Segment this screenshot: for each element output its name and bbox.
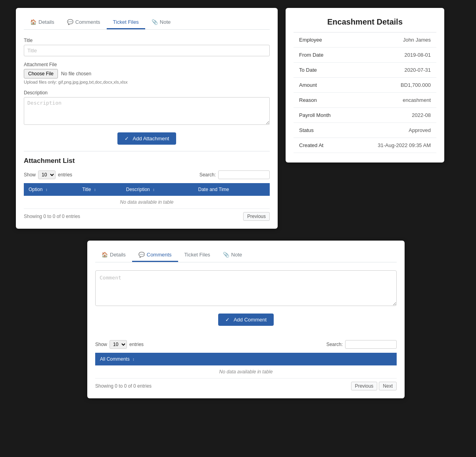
encashment-row: AmountBD1,700.000	[294, 78, 436, 93]
search-box: Search:	[200, 170, 270, 179]
no-data-text: No data available in table	[24, 196, 270, 209]
bottom-home-icon: 🏠	[102, 252, 108, 258]
comments-showing-text: Showing 0 to 0 of 0 entries	[95, 383, 152, 389]
tab-ticket-files[interactable]: Ticket Files	[107, 16, 145, 29]
attachment-file-group: Attachment File Choose File No file chos…	[24, 62, 270, 84]
encashment-row-value: BD1,700.000	[358, 78, 436, 93]
encashment-row-label: To Date	[294, 63, 358, 78]
bottom-comment-icon: 💬	[138, 252, 145, 258]
encashment-row: From Date2019-08-01	[294, 48, 436, 63]
encashment-row-label: Created At	[294, 138, 358, 153]
encashment-row-label: From Date	[294, 48, 358, 63]
comments-no-data-text: No data available in table	[95, 365, 397, 379]
home-icon: 🏠	[30, 19, 36, 25]
bottom-tab-ticket-files[interactable]: Ticket Files	[178, 249, 217, 262]
comments-table: All Comments ↕ No data available in tabl…	[95, 353, 397, 379]
comments-card: 🏠 Details 💬 Comments Ticket Files 📎 Note…	[87, 241, 405, 398]
encashment-card: Encashment Details EmployeeJohn JamesFro…	[286, 8, 444, 163]
table-footer: Showing 0 to 0 of 0 entries Previous	[24, 212, 270, 221]
show-entries: Show 10 25 50 entries	[24, 170, 72, 179]
comments-show-select[interactable]: 10 25 50	[109, 340, 127, 349]
bottom-tab-details[interactable]: 🏠 Details	[95, 249, 132, 262]
comments-no-data-row: No data available in table	[95, 365, 397, 379]
encashment-row-label: Amount	[294, 78, 358, 93]
tab-comments[interactable]: 💬 Comments	[61, 16, 107, 29]
description-input[interactable]	[24, 97, 270, 125]
title-label: Title	[24, 38, 270, 43]
file-hint-text: Upload files only: gif,png,jpg,jpeg,txt,…	[24, 80, 270, 84]
comments-show-entries: Show 10 25 50 entries	[95, 340, 144, 349]
comment-icon: 💬	[67, 19, 73, 25]
add-comment-btn[interactable]: Add Comment	[218, 314, 274, 326]
col-datetime: Date and Time	[194, 183, 270, 196]
comments-search-box: Search:	[326, 340, 397, 349]
pagination: Previous	[243, 212, 270, 221]
show-entries-select[interactable]: 10 25 50	[38, 170, 56, 179]
showing-text: Showing 0 to 0 of 0 entries	[24, 214, 80, 219]
col-description[interactable]: Description ↕	[121, 183, 194, 196]
table-no-data-row: No data available in table	[24, 196, 270, 209]
comments-search-input[interactable]	[345, 340, 397, 349]
previous-btn[interactable]: Previous	[243, 212, 270, 221]
note-icon: 📎	[152, 19, 158, 25]
encashment-row-value: 2022-08	[358, 108, 436, 123]
encashment-row: To Date2020-07-31	[294, 63, 436, 78]
bottom-tabs: 🏠 Details 💬 Comments Ticket Files 📎 Note	[95, 249, 397, 262]
encashment-row-value: 2019-08-01	[358, 48, 436, 63]
encashment-row: Reasonencashment	[294, 93, 436, 108]
add-attachment-btn-container: Add Attachment	[24, 132, 270, 145]
bottom-tab-comments[interactable]: 💬 Comments	[132, 249, 178, 262]
comment-group	[95, 270, 397, 307]
col-option[interactable]: Option ↕	[24, 183, 77, 196]
comments-previous-btn[interactable]: Previous	[351, 382, 378, 390]
attachment-table: Option ↕ Title ↕ Description ↕ Date an	[24, 183, 270, 209]
tab-details[interactable]: 🏠 Details	[24, 16, 61, 29]
encashment-row: Created At31-Aug-2022 09:35 AM	[294, 138, 436, 153]
bottom-note-icon: 📎	[223, 252, 229, 258]
description-group: Description	[24, 90, 270, 126]
search-input[interactable]	[218, 170, 270, 179]
encashment-row-label: Employee	[294, 33, 358, 48]
encashment-row: Payroll Month2022-08	[294, 108, 436, 123]
sort-option-icon: ↕	[46, 187, 48, 192]
attachment-file-label: Attachment File	[24, 62, 270, 67]
description-label: Description	[24, 90, 270, 96]
encashment-row: EmployeeJohn James	[294, 33, 436, 48]
title-input[interactable]	[24, 45, 270, 56]
add-comment-btn-container: Add Comment	[95, 314, 397, 326]
top-tabs: 🏠 Details 💬 Comments Ticket Files 📎 Note	[24, 16, 270, 30]
comments-table-controls: Show 10 25 50 entries Search:	[95, 340, 397, 349]
encashment-row: StatusApproved	[294, 123, 436, 138]
encashment-row-value: encashment	[358, 93, 436, 108]
encashment-row-label: Payroll Month	[294, 108, 358, 123]
encashment-row-value: John James	[358, 33, 436, 48]
encashment-row-value: 2020-07-31	[358, 63, 436, 78]
table-controls: Show 10 25 50 entries Search:	[24, 170, 270, 179]
file-input-row: Choose File No file chosen	[24, 69, 270, 78]
comment-textarea[interactable]	[95, 270, 397, 306]
attachment-list-title: Attachment List	[24, 157, 270, 165]
divider	[24, 151, 270, 151]
check-icon	[125, 136, 131, 141]
check-icon-comment	[225, 317, 231, 323]
encashment-row-label: Status	[294, 123, 358, 138]
choose-file-btn[interactable]: Choose File	[24, 69, 58, 78]
encashment-row-value: 31-Aug-2022 09:35 AM	[358, 138, 436, 153]
bottom-tab-note[interactable]: 📎 Note	[217, 249, 248, 262]
sort-title-icon: ↕	[94, 187, 96, 192]
comments-next-btn[interactable]: Next	[379, 382, 397, 390]
encashment-table: EmployeeJohn JamesFrom Date2019-08-01To …	[294, 32, 436, 153]
col-all-comments[interactable]: All Comments ↕	[95, 353, 397, 365]
tab-note[interactable]: 📎 Note	[145, 16, 177, 29]
encashment-row-value: Approved	[358, 123, 436, 138]
comments-pagination: Previous Next	[351, 382, 397, 390]
encashment-title: Encashment Details	[294, 17, 436, 27]
add-attachment-btn[interactable]: Add Attachment	[117, 132, 177, 145]
sort-description-icon: ↕	[153, 187, 155, 192]
encashment-row-label: Reason	[294, 93, 358, 108]
comments-table-footer: Showing 0 to 0 of 0 entries Previous Nex…	[95, 382, 397, 390]
sort-comments-icon: ↕	[132, 357, 134, 361]
title-group: Title	[24, 38, 270, 56]
no-file-chosen-text: No file chosen	[61, 71, 91, 76]
col-title[interactable]: Title ↕	[77, 183, 121, 196]
